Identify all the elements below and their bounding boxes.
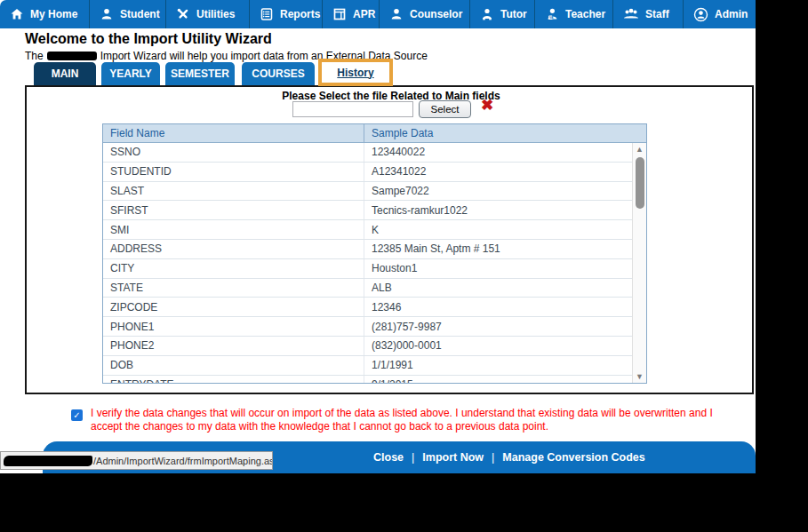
table-row: CITYHouston1 — [103, 259, 646, 279]
table-row: DOB1/1/1991 — [103, 356, 646, 376]
sample-data-cell: Houston1 — [364, 259, 646, 278]
nav-item-label: Tutor — [500, 8, 527, 20]
table-scrollbar[interactable]: ▲ ▼ — [632, 143, 646, 383]
nav-item-counselor[interactable]: Counselor — [379, 0, 469, 28]
page-title: Welcome to the Import Utility Wizard — [25, 31, 272, 47]
sample-data-cell: 1/1/1991 — [364, 356, 646, 375]
nav-item-label: Reports — [280, 8, 320, 20]
nav-item-label: My Home — [30, 8, 77, 20]
svg-text:VA: VA — [549, 16, 554, 20]
nav-item-label: Staff — [645, 8, 669, 20]
table-row: SFIRSTTecnics-ramkur1022 — [103, 201, 646, 220]
redaction-mark — [4, 456, 92, 466]
sample-data-cell: (832)000-0001 — [364, 337, 646, 355]
nav-item-teacher[interactable]: VA Teacher — [534, 0, 612, 28]
field-name-cell: ENTRYDATE — [103, 376, 364, 383]
apr-icon — [332, 7, 347, 21]
nav-item-label: Admin — [715, 8, 748, 20]
field-name-cell: STATE — [103, 279, 364, 298]
tab-history[interactable]: History — [337, 67, 373, 79]
nav-item-utilities[interactable]: Utilities — [165, 0, 249, 28]
table-row: SMIK — [103, 220, 646, 240]
nav-item-label: APR — [353, 8, 375, 20]
sample-data-cell: 123440022 — [364, 143, 646, 162]
field-name-cell: ADDRESS — [103, 240, 364, 258]
wizard-content-panel: Please Select the file Related to Main f… — [25, 85, 754, 394]
sample-data-cell: ALB — [364, 279, 646, 298]
student-icon — [100, 7, 114, 21]
clear-file-icon[interactable]: ✖ — [481, 96, 493, 115]
file-select-prompt: Please Select the file Related to Main f… — [27, 90, 756, 102]
tab-yearly[interactable]: YEARLY — [101, 62, 160, 85]
table-row: STATEALB — [103, 279, 646, 298]
field-mapping-table: Field Name Sample Data SSNO123440022 STU… — [102, 123, 647, 384]
status-url-path: /Admin/ImportWizard/frmImportMaping.aspx… — [93, 456, 273, 466]
table-row: PHONE2(832)000-0001 — [103, 337, 646, 356]
sample-data-cell: K — [364, 220, 646, 239]
verification-row: ✓ I verify the data changes that will oc… — [71, 407, 736, 433]
nav-item-my-home[interactable]: My Home — [0, 0, 89, 28]
field-name-cell: CITY — [103, 259, 364, 278]
column-header-sample-data: Sample Data — [364, 124, 646, 142]
table-row: ZIPCODE12346 — [103, 298, 646, 317]
table-row: PHONE1(281)757-9987 — [103, 317, 646, 337]
field-name-cell: PHONE1 — [103, 317, 364, 336]
table-row: ENTRYDATE9/1/2015 — [103, 376, 646, 383]
verify-checkbox[interactable]: ✓ — [71, 409, 83, 421]
select-file-button[interactable]: Select — [419, 100, 471, 118]
table-row: STUDENTIDA12341022 — [103, 163, 646, 182]
tab-courses[interactable]: COURSES — [242, 62, 315, 85]
footer-separator: | — [412, 451, 414, 464]
status-bar-url: /Admin/ImportWizard/frmImportMaping.aspx… — [0, 451, 273, 470]
sample-data-cell: Tecnics-ramkur1022 — [364, 201, 646, 219]
counselor-icon — [389, 7, 404, 21]
nav-item-label: Utilities — [196, 8, 235, 20]
nav-item-apr[interactable]: APR — [322, 0, 379, 28]
scroll-up-icon[interactable]: ▲ — [633, 145, 646, 154]
nav-item-label: Student — [120, 8, 160, 20]
nav-item-staff[interactable]: Staff — [612, 0, 683, 28]
close-button[interactable]: Close — [373, 451, 404, 464]
table-row: SSNO123440022 — [103, 143, 646, 163]
tab-main[interactable]: MAIN — [34, 62, 96, 85]
sample-data-cell: 12385 Main St, Aptm # 151 — [364, 240, 646, 258]
app-window: My Home Student Utilities Reports APR Co… — [0, 0, 756, 473]
sample-data-cell: A12341022 — [364, 163, 646, 181]
field-name-cell: DOB — [103, 356, 364, 375]
nav-item-admin[interactable]: Admin — [683, 0, 756, 28]
import-now-button[interactable]: Import Now — [422, 451, 484, 464]
top-navbar: My Home Student Utilities Reports APR Co… — [0, 0, 756, 28]
field-name-cell: ZIPCODE — [103, 298, 364, 316]
field-name-cell: SMI — [103, 220, 364, 239]
field-name-cell: STUDENTID — [103, 163, 364, 181]
nav-item-label: Counselor — [410, 8, 462, 20]
file-select-input[interactable] — [292, 101, 413, 117]
sample-data-cell: Sampe7022 — [364, 182, 646, 201]
footer-separator: | — [492, 451, 494, 464]
field-name-cell: SSNO — [103, 143, 364, 162]
teacher-icon: VA — [545, 7, 559, 21]
table-row: SLASTSampe7022 — [103, 182, 646, 202]
reports-icon — [260, 7, 274, 21]
manage-conversion-codes-button[interactable]: Manage Conversion Codes — [502, 451, 644, 464]
footer-links: Close | Import Now | Manage Conversion C… — [373, 441, 645, 473]
sample-data-cell: 12346 — [364, 298, 646, 316]
sample-data-cell: (281)757-9987 — [364, 317, 646, 336]
field-name-cell: SLAST — [103, 182, 364, 201]
verify-warning-text: I verify the data changes that will occu… — [91, 407, 736, 433]
nav-item-student[interactable]: Student — [89, 0, 165, 28]
staff-icon — [623, 7, 639, 21]
sample-data-cell: 9/1/2015 — [364, 376, 646, 383]
field-name-cell: SFIRST — [103, 201, 364, 219]
scrollbar-thumb[interactable] — [636, 157, 644, 209]
annotation-highlight-box: History — [318, 59, 393, 86]
nav-item-tutor[interactable]: Tutor — [469, 0, 534, 28]
home-icon — [10, 7, 24, 21]
admin-icon — [693, 7, 708, 22]
field-name-cell: PHONE2 — [103, 337, 364, 355]
tab-semester[interactable]: SEMESTER — [165, 62, 235, 85]
nav-item-reports[interactable]: Reports — [249, 0, 322, 28]
table-header-row: Field Name Sample Data — [103, 124, 646, 143]
scroll-down-icon[interactable]: ▼ — [633, 372, 646, 381]
tutor-icon — [480, 7, 494, 21]
